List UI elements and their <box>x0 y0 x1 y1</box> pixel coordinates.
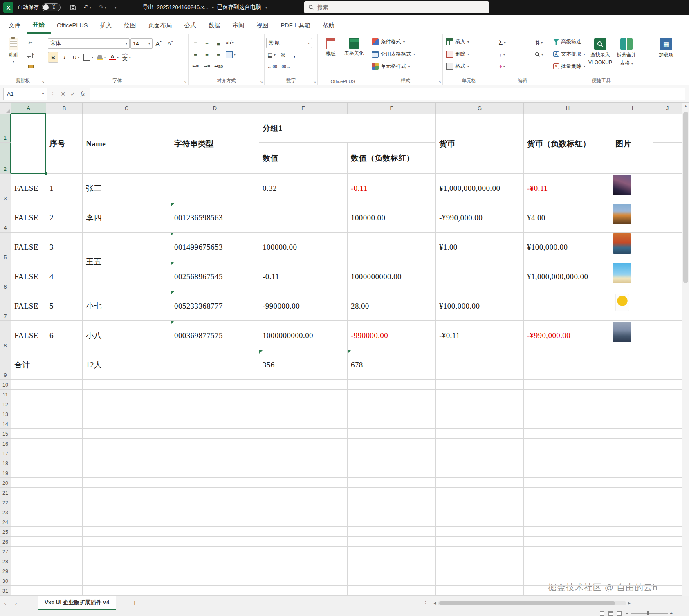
cell-F24[interactable] <box>348 517 436 527</box>
font-family-combo[interactable]: 宋体▾ <box>48 38 130 49</box>
underline-button[interactable]: U▾ <box>71 52 81 63</box>
decrease-font-button[interactable]: Aˇ <box>165 38 175 49</box>
cell-F2[interactable]: 数值（负数标红） <box>348 143 436 174</box>
cell-C4[interactable]: 李四 <box>83 203 171 233</box>
cell-G12[interactable] <box>436 399 524 409</box>
italic-button[interactable]: I <box>59 52 70 63</box>
cell-J3[interactable] <box>653 174 682 203</box>
split-merge-button[interactable]: 拆分合并 表格 ▾ <box>614 36 639 75</box>
cell-E18[interactable] <box>259 458 348 468</box>
font-color-button[interactable]: A▾ <box>108 52 120 63</box>
cell-A7[interactable]: FALSE <box>11 291 46 321</box>
cell-A24[interactable] <box>11 517 46 527</box>
cell-G8[interactable]: -¥0.11 <box>436 321 524 350</box>
cell-I1[interactable]: 图片 <box>612 114 653 174</box>
cell-G7[interactable]: ¥100,000.00 <box>436 291 524 321</box>
ribbon-tab-file[interactable]: 文件 <box>2 17 27 34</box>
cell-B20[interactable] <box>46 478 83 488</box>
cell-F28[interactable] <box>348 556 436 566</box>
cell-C21[interactable] <box>83 488 171 497</box>
add-sheet-button[interactable]: + <box>128 599 141 607</box>
cell-I5[interactable] <box>612 233 653 262</box>
cell-C8[interactable]: 小八 <box>83 321 171 350</box>
cell-G25[interactable] <box>436 527 524 537</box>
cell-G30[interactable] <box>436 576 524 586</box>
column-header-F[interactable]: F <box>348 103 436 114</box>
zoom-control[interactable]: − + <box>626 611 673 616</box>
find-select-button[interactable]: ▾ <box>534 49 544 60</box>
column-header-H[interactable]: H <box>524 103 612 114</box>
cell-G5[interactable]: ¥1.00 <box>436 233 524 262</box>
cell-E8[interactable]: 1000000000.00 <box>259 321 348 350</box>
cell-B22[interactable] <box>46 497 83 507</box>
cell-C25[interactable] <box>83 527 171 537</box>
row-header-12[interactable]: 12 <box>0 399 11 409</box>
cell-C19[interactable] <box>83 468 171 478</box>
row-header-26[interactable]: 26 <box>0 537 11 547</box>
cell-F5[interactable] <box>348 233 436 262</box>
cell-C11[interactable] <box>83 390 171 399</box>
undo-button[interactable]: ↶▾ <box>80 0 95 15</box>
cell-E1[interactable]: 分组1 <box>259 114 436 143</box>
cell-I23[interactable] <box>612 507 653 517</box>
cell-B6[interactable]: 4 <box>46 262 83 291</box>
cell-image-autumn-mountain[interactable] <box>613 204 631 224</box>
ribbon-tab-pdf-tools[interactable]: PDF工具箱 <box>275 17 317 34</box>
cell-I8[interactable] <box>612 321 653 350</box>
cell-A14[interactable] <box>11 419 46 429</box>
cell-I31[interactable] <box>612 586 653 596</box>
row-header-27[interactable]: 27 <box>0 547 11 556</box>
cell-B24[interactable] <box>46 517 83 527</box>
save-button[interactable] <box>66 0 80 15</box>
cell-C16[interactable] <box>83 439 171 448</box>
cell-D27[interactable] <box>171 547 259 556</box>
cell-H30[interactable] <box>524 576 612 586</box>
cell-B29[interactable] <box>46 566 83 576</box>
cell-J1[interactable] <box>653 114 682 143</box>
ribbon-tab-view[interactable]: 视图 <box>251 17 275 34</box>
cell-B19[interactable] <box>46 468 83 478</box>
cell-I29[interactable] <box>612 566 653 576</box>
cell-H19[interactable] <box>524 468 612 478</box>
cell-G24[interactable] <box>436 517 524 527</box>
cell-E9[interactable]: 356 <box>259 350 348 380</box>
vertical-scroll-thumb[interactable] <box>683 112 688 283</box>
row-header-21[interactable]: 21 <box>0 488 11 497</box>
row-header-25[interactable]: 25 <box>0 527 11 537</box>
row-header-14[interactable]: 14 <box>0 419 11 429</box>
cell-C30[interactable] <box>83 576 171 586</box>
cell-I13[interactable] <box>612 409 653 419</box>
cell-F11[interactable] <box>348 390 436 399</box>
cell-B4[interactable]: 2 <box>46 203 83 233</box>
comma-style-button[interactable]: , <box>289 49 300 60</box>
cell-H11[interactable] <box>524 390 612 399</box>
cell-H8[interactable]: -¥990,000.00 <box>524 321 612 350</box>
redo-caret-icon[interactable]: ▾ <box>105 5 107 9</box>
cell-A17[interactable] <box>11 448 46 458</box>
next-sheet-button[interactable]: › <box>11 600 21 606</box>
cell-I18[interactable] <box>612 458 653 468</box>
cell-A1[interactable] <box>11 114 46 174</box>
cell-J11[interactable] <box>653 390 682 399</box>
cell-G3[interactable]: ¥1,000,000,000.00 <box>436 174 524 203</box>
cell-F14[interactable] <box>348 419 436 429</box>
cell-I25[interactable] <box>612 527 653 537</box>
cell-D23[interactable] <box>171 507 259 517</box>
cell-I9[interactable] <box>612 350 653 380</box>
cell-J16[interactable] <box>653 439 682 448</box>
cell-D25[interactable] <box>171 527 259 537</box>
cell-H14[interactable] <box>524 419 612 429</box>
scroll-up-icon[interactable]: ▲ <box>682 103 689 110</box>
cell-B1[interactable]: 序号 <box>46 114 83 174</box>
cell-E12[interactable] <box>259 399 348 409</box>
cell-D13[interactable] <box>171 409 259 419</box>
ribbon-tab-formulas[interactable]: 公式 <box>178 17 202 34</box>
fill-color-button[interactable]: ▾ <box>95 52 107 63</box>
cell-B23[interactable] <box>46 507 83 517</box>
cell-J31[interactable] <box>653 586 682 596</box>
cell-G14[interactable] <box>436 419 524 429</box>
paste-button[interactable]: 粘贴 ▾ <box>2 36 25 75</box>
cell-A23[interactable] <box>11 507 46 517</box>
cell-D6[interactable]: 002568967545 <box>171 262 259 291</box>
cell-I24[interactable] <box>612 517 653 527</box>
